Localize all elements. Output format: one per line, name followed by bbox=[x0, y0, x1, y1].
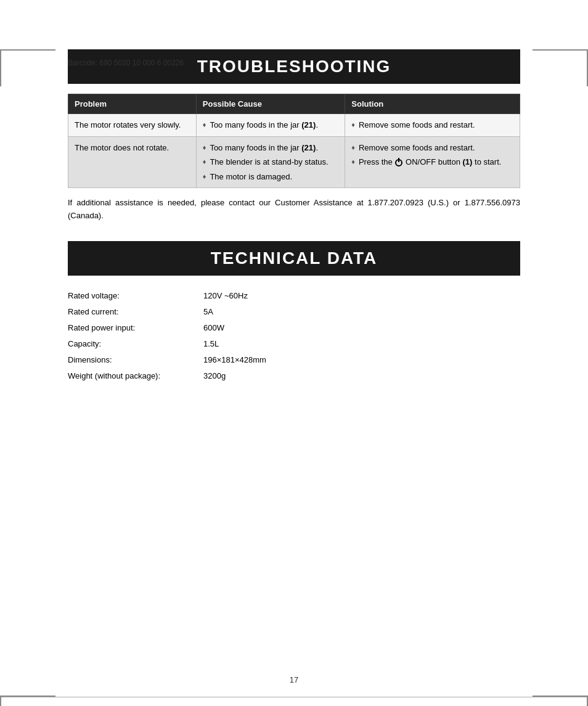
bullet-icon: ♦ bbox=[351, 120, 355, 130]
tech-label-current: Rated current: bbox=[68, 304, 203, 320]
tech-value-voltage: 120V ~60Hz bbox=[203, 288, 248, 304]
col-header-cause: Possible Cause bbox=[196, 94, 345, 114]
tech-row-voltage: Rated voltage: 120V ~60Hz bbox=[68, 288, 520, 304]
tech-label-voltage: Rated voltage: bbox=[68, 288, 203, 304]
tech-row-dimensions: Dimensions: 196×181×428mm bbox=[68, 352, 520, 368]
side-border-left bbox=[0, 49, 1, 86]
cause-cell-1: ♦ Too many foods in the jar (21). bbox=[196, 114, 345, 137]
problem-cell-2: The motor does not rotate. bbox=[68, 136, 197, 188]
cause-text-1: Too many foods in the jar (21). bbox=[210, 119, 338, 131]
solution-text-2a: Remove some foods and restart. bbox=[359, 142, 513, 154]
tech-value-dimensions: 196×181×428mm bbox=[203, 352, 266, 368]
bullet-icon: ♦ bbox=[203, 142, 206, 153]
footer-content: Client: AirLux (Wal*Mart) Project: 16916… bbox=[0, 697, 588, 706]
tech-row-current: Rated current: 5A bbox=[68, 304, 520, 320]
tech-value-weight: 3200g bbox=[203, 368, 226, 384]
tech-label-dimensions: Dimensions: bbox=[68, 352, 203, 368]
table-row: The motor does not rotate. ♦ Too many fo… bbox=[68, 136, 520, 188]
troubleshooting-table: Problem Possible Cause Solution The moto… bbox=[68, 94, 520, 188]
solution-text-2b: Press the ON/OFF button (1) to start. bbox=[359, 156, 513, 168]
problem-cell-1: The motor rotates very slowly. bbox=[68, 114, 197, 137]
tech-value-power: 600W bbox=[203, 320, 224, 336]
contact-info: If additional assistance is needed, plea… bbox=[68, 197, 520, 223]
power-icon bbox=[395, 159, 402, 166]
cause-bullet-2b: ♦ The blender is at stand-by status. bbox=[203, 156, 339, 168]
main-content: TROUBLESHOOTING Problem Possible Cause S… bbox=[68, 49, 520, 384]
col-header-problem: Problem bbox=[68, 94, 197, 114]
page-number: 17 bbox=[290, 675, 298, 684]
bullet-icon: ♦ bbox=[351, 157, 355, 167]
top-border-left bbox=[0, 49, 55, 51]
technical-data-title: TECHNICAL DATA bbox=[68, 241, 520, 276]
tech-value-capacity: 1.5L bbox=[203, 336, 219, 352]
page-container: Barcode: 690 5020 10 000 6 00226 TROUBLE… bbox=[0, 49, 588, 706]
tech-value-current: 5A bbox=[203, 304, 213, 320]
solution-cell-1: ♦ Remove some foods and restart. bbox=[345, 114, 520, 137]
bullet-icon: ♦ bbox=[203, 157, 206, 167]
cause-cell-2: ♦ Too many foods in the jar (21). ♦ The … bbox=[196, 136, 345, 188]
solution-bullet-1: ♦ Remove some foods and restart. bbox=[351, 119, 513, 131]
bullet-icon: ♦ bbox=[203, 171, 206, 182]
cause-text-2b: The blender is at stand-by status. bbox=[210, 156, 338, 168]
solution-bullet-2b: ♦ Press the ON/OFF button (1) to start. bbox=[351, 156, 513, 168]
cause-bullet-2c: ♦ The motor is damaged. bbox=[203, 171, 339, 183]
tech-label-capacity: Capacity: bbox=[68, 336, 203, 352]
footer: Client: AirLux (Wal*Mart) Project: 16916… bbox=[0, 697, 588, 706]
tech-row-power: Rated power input: 600W bbox=[68, 320, 520, 336]
tech-label-power: Rated power input: bbox=[68, 320, 203, 336]
tech-row-weight: Weight (without package): 3200g bbox=[68, 368, 520, 384]
table-row: The motor rotates very slowly. ♦ Too man… bbox=[68, 114, 520, 137]
cause-text-2c: The motor is damaged. bbox=[210, 171, 338, 183]
cause-bullet-2a: ♦ Too many foods in the jar (21). bbox=[203, 142, 339, 154]
bullet-icon: ♦ bbox=[351, 142, 355, 153]
cause-text-2a: Too many foods in the jar (21). bbox=[210, 142, 338, 154]
footer-left-border bbox=[0, 697, 1, 706]
tech-row-capacity: Capacity: 1.5L bbox=[68, 336, 520, 352]
bullet-icon: ♦ bbox=[203, 120, 206, 130]
tech-specs: Rated voltage: 120V ~60Hz Rated current:… bbox=[68, 288, 520, 384]
solution-cell-2: ♦ Remove some foods and restart. ♦ Press… bbox=[345, 136, 520, 188]
col-header-solution: Solution bbox=[345, 94, 520, 114]
solution-bullet-2a: ♦ Remove some foods and restart. bbox=[351, 142, 513, 154]
solution-text-1: Remove some foods and restart. bbox=[359, 119, 513, 131]
top-border-right bbox=[533, 49, 588, 51]
cause-bullet-1: ♦ Too many foods in the jar (21). bbox=[203, 119, 339, 131]
barcode: Barcode: 690 5020 10 000 6 00226 bbox=[68, 59, 184, 67]
tech-label-weight: Weight (without package): bbox=[68, 368, 203, 384]
